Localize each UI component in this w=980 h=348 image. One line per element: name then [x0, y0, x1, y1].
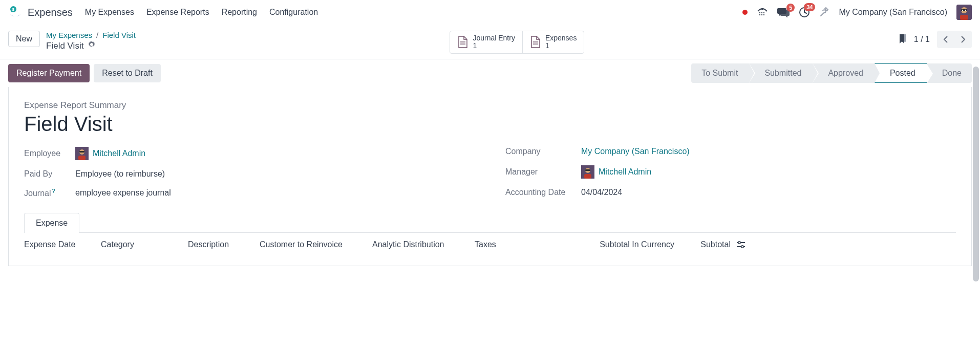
reset-to-draft-button[interactable]: Reset to Draft — [94, 64, 161, 82]
company-value[interactable]: My Company (San Francisco) — [581, 147, 690, 156]
tabs: Expense — [24, 212, 956, 233]
svg-point-13 — [962, 10, 963, 11]
employee-label: Employee — [24, 149, 66, 158]
breadcrumb-field-visit[interactable]: Field Visit — [102, 31, 136, 39]
messages-badge: 5 — [786, 4, 795, 12]
tools-icon[interactable] — [819, 7, 829, 17]
svg-rect-15 — [960, 15, 968, 20]
svg-rect-4 — [761, 12, 762, 13]
form-sheet: Expense Report Summary Field Visit Emplo… — [8, 87, 972, 266]
svg-rect-3 — [759, 12, 760, 13]
gear-icon[interactable] — [88, 40, 96, 51]
record-name: Field Visit — [46, 41, 83, 51]
breadcrumb-separator: / — [96, 31, 98, 39]
company-selector[interactable]: My Company (San Francisco) — [839, 8, 947, 17]
bookmark-icon[interactable] — [899, 34, 907, 46]
expense-table-header: Expense Date Category Description Custom… — [24, 233, 956, 252]
th-expense-date[interactable]: Expense Date — [24, 240, 101, 249]
status-bar: Register Payment Reset to Draft To Submi… — [0, 59, 980, 87]
stat-buttons: Journal Entry 1 Expenses 1 — [450, 31, 584, 54]
employee-name: Mitchell Admin — [93, 149, 145, 158]
status-to-submit[interactable]: To Submit — [691, 63, 749, 83]
scrollbar[interactable] — [973, 67, 979, 266]
svg-rect-23 — [78, 156, 86, 160]
th-subtotal-currency[interactable]: Subtotal In Currency — [587, 240, 674, 249]
stat-expenses[interactable]: Expenses 1 — [523, 31, 584, 53]
help-icon[interactable]: ? — [52, 188, 55, 194]
tab-expense[interactable]: Expense — [24, 213, 79, 233]
document-icon — [530, 35, 541, 49]
stat-journal-label: Journal Entry — [473, 34, 515, 42]
menu-reporting[interactable]: Reporting — [222, 8, 257, 17]
th-analytic[interactable]: Analytic Distribution — [372, 240, 475, 249]
svg-rect-5 — [763, 12, 764, 13]
company-label: Company — [505, 147, 572, 156]
th-customer[interactable]: Customer to Reinvoice — [260, 240, 372, 249]
svg-text:$: $ — [12, 7, 15, 12]
chevron-left-icon — [943, 35, 948, 44]
stat-expenses-count: 1 — [545, 42, 577, 50]
svg-rect-7 — [761, 14, 762, 15]
calendar-icon[interactable] — [757, 7, 768, 17]
user-avatar[interactable] — [956, 5, 972, 20]
paid-by-value: Employee (to reimburse) — [75, 169, 165, 179]
svg-point-2 — [761, 8, 763, 10]
status-posted[interactable]: Posted — [875, 63, 927, 83]
paid-by-label: Paid By — [24, 169, 66, 179]
chevron-right-icon — [961, 35, 966, 44]
main-menu: My Expenses Expense Reports Reporting Co… — [85, 8, 743, 17]
pager-prev-button[interactable] — [937, 31, 954, 48]
record-title: Field Visit — [24, 113, 956, 136]
app-title[interactable]: Expenses — [28, 7, 73, 18]
manager-label: Manager — [505, 167, 572, 177]
activities-icon[interactable]: 34 — [799, 7, 810, 18]
document-icon — [457, 35, 468, 49]
breadcrumb: My Expenses / Field Visit — [46, 31, 136, 39]
svg-rect-6 — [759, 14, 760, 15]
employee-avatar-icon — [75, 147, 89, 160]
th-description[interactable]: Description — [188, 240, 260, 249]
status-done[interactable]: Done — [927, 63, 972, 83]
menu-my-expenses[interactable]: My Expenses — [85, 8, 134, 17]
manager-value[interactable]: Mitchell Admin — [581, 165, 651, 179]
employee-value[interactable]: Mitchell Admin — [75, 147, 145, 160]
status-approved[interactable]: Approved — [813, 63, 875, 83]
top-nav: $ Expenses My Expenses Expense Reports R… — [0, 0, 980, 25]
status-steps: To Submit Submitted Approved Posted Done — [691, 63, 972, 83]
svg-rect-22 — [79, 151, 84, 153]
control-bar: New My Expenses / Field Visit Field Visi… — [0, 25, 980, 59]
stat-journal-entry[interactable]: Journal Entry 1 — [450, 31, 522, 53]
app-logo[interactable]: $ — [8, 5, 23, 19]
recording-indicator-icon — [742, 10, 748, 15]
stat-expenses-label: Expenses — [545, 34, 577, 42]
th-category[interactable]: Category — [101, 240, 188, 249]
accounting-date-value: 04/04/2024 — [581, 188, 622, 197]
journal-label: Journal? — [24, 188, 66, 198]
pager-text: 1 / 1 — [914, 35, 930, 44]
svg-rect-26 — [585, 169, 590, 171]
svg-point-14 — [965, 10, 966, 11]
svg-point-29 — [738, 242, 740, 244]
svg-rect-8 — [763, 14, 764, 15]
columns-adjust-icon[interactable] — [731, 240, 751, 249]
th-taxes[interactable]: Taxes — [475, 240, 587, 249]
breadcrumb-my-expenses[interactable]: My Expenses — [46, 31, 92, 39]
manager-name: Mitchell Admin — [599, 167, 651, 177]
new-button[interactable]: New — [8, 31, 40, 47]
journal-value: employee expense journal — [75, 188, 171, 198]
status-submitted[interactable]: Submitted — [749, 63, 813, 83]
messages-icon[interactable]: 5 — [777, 7, 790, 17]
svg-rect-27 — [584, 174, 591, 179]
summary-label: Expense Report Summary — [24, 100, 956, 111]
accounting-date-label: Accounting Date — [505, 188, 572, 197]
svg-point-31 — [741, 246, 743, 248]
register-payment-button[interactable]: Register Payment — [8, 64, 90, 82]
menu-configuration[interactable]: Configuration — [269, 8, 318, 17]
pager-next-button[interactable] — [954, 31, 972, 48]
menu-expense-reports[interactable]: Expense Reports — [146, 8, 209, 17]
stat-journal-count: 1 — [473, 42, 515, 50]
manager-avatar-icon — [581, 165, 594, 179]
topnav-right: 5 34 My Company (San Francisco) — [742, 5, 972, 20]
activities-badge: 34 — [804, 3, 815, 11]
th-subtotal[interactable]: Subtotal — [674, 240, 731, 249]
